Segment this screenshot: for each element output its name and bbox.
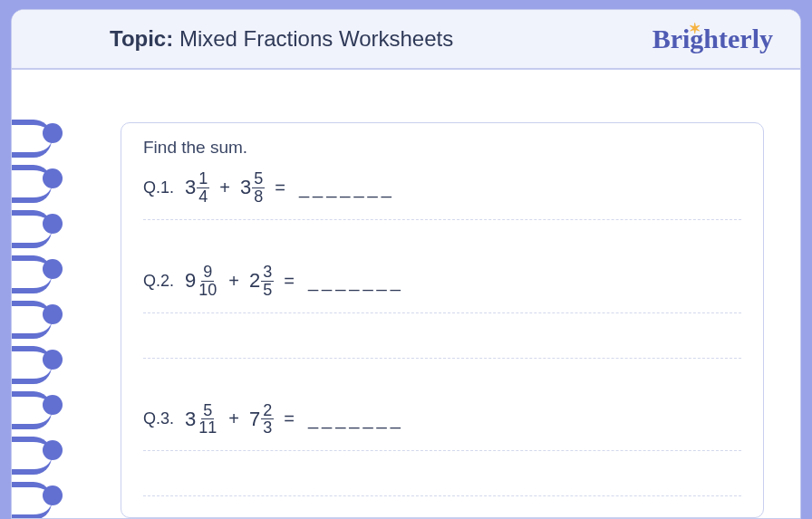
whole-part: 3 <box>185 176 196 199</box>
brand-text: Brighterly <box>652 24 773 53</box>
binder-ring <box>11 260 59 278</box>
term-1: 3 1 4 <box>185 170 209 206</box>
fraction-part: 9 10 <box>197 264 218 299</box>
equals-sign: = <box>284 408 295 429</box>
numerator: 1 <box>197 170 209 188</box>
worksheet-panel: Find the sum. Q.1. 3 1 4 + 3 5 8 <box>121 122 764 518</box>
answer-blank: _______ <box>308 271 404 292</box>
binder-ring <box>11 169 59 187</box>
header-bar: Topic: Mixed Fractions Worksheets ✶ Brig… <box>12 10 800 70</box>
instruction-row: Find the sum. <box>143 138 741 170</box>
binder-ring <box>11 305 59 323</box>
operator: + <box>228 408 239 429</box>
operator: + <box>228 271 239 292</box>
numerator: 5 <box>201 402 214 420</box>
fraction-part: 5 11 <box>197 402 218 437</box>
binder-ring <box>11 441 59 459</box>
binder-ring <box>11 215 59 233</box>
instruction-text: Find the sum. <box>143 138 741 158</box>
denominator: 4 <box>197 188 209 206</box>
whole-part: 3 <box>240 176 251 199</box>
question-2: Q.2. 9 9 10 + 2 3 5 = ______ <box>143 264 741 313</box>
question-1: Q.1. 3 1 4 + 3 5 8 = _______ <box>143 170 741 220</box>
term-2: 3 5 8 <box>240 170 265 206</box>
fraction-part: 3 5 <box>261 264 274 299</box>
question-label: Q.2. <box>143 272 174 291</box>
question-label: Q.1. <box>143 178 174 197</box>
binder-ring <box>11 124 59 142</box>
binder-ring <box>11 351 59 369</box>
fraction-part: 1 4 <box>197 170 209 206</box>
topic-heading: Topic: Mixed Fractions Worksheets <box>110 26 453 52</box>
topic-label: Topic: <box>110 26 173 51</box>
worksheet-body: Find the sum. Q.1. 3 1 4 + 3 5 8 <box>12 70 800 518</box>
answer-blank: _______ <box>308 408 404 429</box>
question-3: Q.3. 3 5 11 + 7 2 3 = ______ <box>143 402 741 452</box>
answer-blank: _______ <box>299 178 395 198</box>
term-1: 9 9 10 <box>185 264 218 299</box>
denominator: 8 <box>252 188 265 206</box>
rule-line <box>143 495 741 496</box>
equals-sign: = <box>284 271 295 292</box>
operator: + <box>219 178 230 198</box>
term-1: 3 5 11 <box>185 402 218 437</box>
denominator: 5 <box>261 282 274 299</box>
worksheet-card: Topic: Mixed Fractions Worksheets ✶ Brig… <box>11 9 801 519</box>
numerator: 5 <box>252 170 265 188</box>
binder-ring <box>11 396 59 414</box>
numerator: 9 <box>201 264 214 282</box>
whole-part: 7 <box>249 408 260 431</box>
denominator: 3 <box>261 419 274 437</box>
question-label: Q.3. <box>143 409 174 428</box>
term-2: 7 2 3 <box>249 402 274 437</box>
equals-sign: = <box>275 178 285 198</box>
denominator: 10 <box>197 282 218 299</box>
whole-part: 9 <box>185 269 196 293</box>
topic-title: Mixed Fractions Worksheets <box>179 26 453 51</box>
rule-line <box>143 358 741 359</box>
whole-part: 2 <box>249 269 260 293</box>
sun-icon: ✶ <box>689 20 701 37</box>
numerator: 2 <box>261 402 274 420</box>
term-2: 2 3 5 <box>249 264 274 299</box>
denominator: 11 <box>197 419 218 437</box>
binder-ring <box>11 486 59 505</box>
fraction-part: 2 3 <box>261 402 274 437</box>
brand-logo: ✶ Brighterly <box>652 24 773 54</box>
whole-part: 3 <box>185 408 196 431</box>
fraction-part: 5 8 <box>252 170 265 206</box>
numerator: 3 <box>261 264 274 282</box>
